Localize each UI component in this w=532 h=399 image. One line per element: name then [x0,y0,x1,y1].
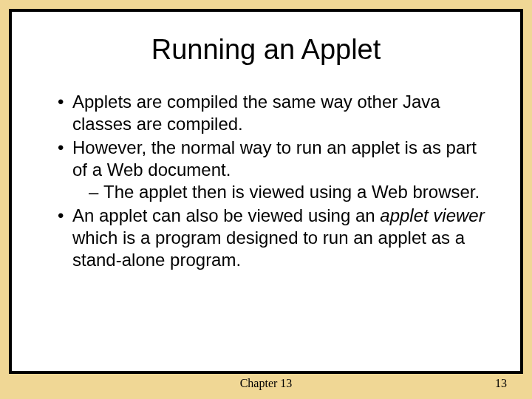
slide-title: Running an Applet [41,34,491,66]
footer-chapter: Chapter 13 [9,377,523,390]
slide-footer: Chapter 13 13 [9,377,523,395]
bullet-3-em: applet viewer [380,205,484,225]
bullet-2-text: However, the normal way to run an applet… [72,137,477,180]
bullet-2-sub-text: The applet then is viewed using a Web br… [103,182,480,202]
bullet-list: Applets are compiled the same way other … [41,91,491,271]
slide-frame: Running an Applet Applets are compiled t… [9,9,523,374]
bullet-3-pre: An applet can also be viewed using an [72,205,380,225]
sub-bullet-list: The applet then is viewed using a Web br… [72,181,491,203]
bullet-1: Applets are compiled the same way other … [58,91,491,135]
bullet-2-sub: The applet then is viewed using a Web br… [89,181,491,203]
bullet-3-post: which is a program designed to run an ap… [72,228,465,270]
bullet-1-text: Applets are compiled the same way other … [72,92,440,134]
bullet-3: An applet can also be viewed using an ap… [58,205,491,271]
bullet-2: However, the normal way to run an applet… [58,137,491,203]
slide-body: Applets are compiled the same way other … [41,91,491,271]
footer-page-number: 13 [495,377,507,390]
